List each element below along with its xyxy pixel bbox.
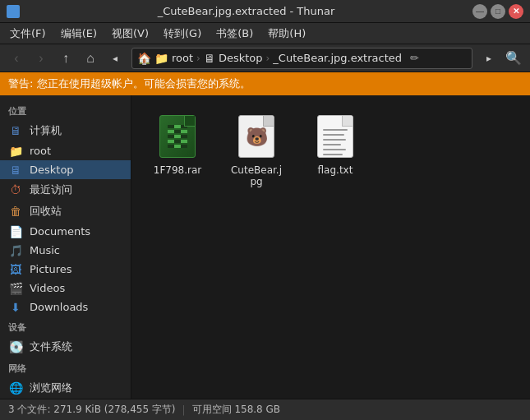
menu-item-2[interactable]: 视图(V)	[105, 25, 155, 43]
sidebar-item-music[interactable]: 🎵 Music	[0, 241, 131, 260]
menu-item-1[interactable]: 编辑(E)	[54, 25, 104, 43]
breadcrumb-bar: 🏠 📁 root › 🖥 Desktop › _CuteBear.jpg.ext…	[131, 48, 472, 69]
rar-file-label: 1F798.rar	[154, 164, 201, 176]
filesystem-icon: 💽	[8, 341, 23, 353]
file-area: 1F798.rar 🐻 CuteBear.jpg	[131, 95, 530, 399]
menubar: 文件(F)编辑(E)视图(V)转到(G)书签(B)帮助(H)	[0, 23, 530, 44]
pictures-icon: 🖼	[8, 264, 23, 275]
edit-path-button[interactable]: ✏	[405, 49, 423, 67]
root-icon: 📁	[8, 145, 23, 157]
statusbar: 3 个文件: 271.9 KiB (278,455 字节) | 可用空间 158…	[0, 399, 530, 420]
file-item-txt[interactable]: flag.txt	[302, 108, 368, 192]
menu-item-5[interactable]: 帮助(H)	[261, 25, 312, 43]
breadcrumb-extracted[interactable]: _CuteBear.jpg.extracted	[273, 52, 402, 64]
desktop-icon: 🖥	[8, 164, 23, 176]
minimize-button[interactable]: —	[472, 4, 487, 19]
file-item-jpg[interactable]: 🐻 CuteBear.jpg	[224, 108, 289, 192]
bc-sep-1: ›	[196, 53, 200, 64]
sidebar-item-filesystem[interactable]: 💽 文件系统	[0, 336, 131, 358]
search-button[interactable]: 🔍	[502, 47, 525, 70]
window-controls: — □ ✕	[472, 4, 523, 19]
up-button[interactable]: ↑	[54, 47, 77, 70]
prev-pane-button[interactable]: ◂	[104, 47, 127, 70]
network-icon: 🌐	[8, 382, 23, 394]
sidebar-section-devices: 设备	[0, 316, 131, 336]
next-pane-button[interactable]: ▸	[477, 47, 500, 70]
videos-icon: 🎬	[8, 283, 23, 294]
sidebar-item-root[interactable]: 📁 root	[0, 141, 131, 160]
breadcrumb-desktop[interactable]: 🖥 Desktop	[204, 52, 263, 65]
forward-button[interactable]: ›	[30, 47, 53, 70]
titlebar: _CuteBear.jpg.extracted - Thunar — □ ✕	[0, 0, 530, 23]
sidebar-item-documents[interactable]: 📄 Documents	[0, 222, 131, 241]
warning-bar: 警告: 您正在使用超级帐户。可能会损害您的系统。	[0, 72, 530, 95]
downloads-icon: ⬇	[8, 302, 23, 313]
sidebar-item-videos[interactable]: 🎬 Videos	[0, 279, 131, 298]
app-icon	[7, 5, 20, 18]
close-button[interactable]: ✕	[509, 4, 523, 19]
trash-icon: 🗑	[8, 205, 23, 217]
home-button[interactable]: ⌂	[79, 47, 102, 70]
file-item-rar[interactable]: 1F798.rar	[145, 108, 210, 192]
toolbar: ‹ › ↑ ⌂ ◂ 🏠 📁 root › 🖥 Desktop › _CuteBe…	[0, 44, 530, 72]
breadcrumb-root[interactable]: 📁 root	[154, 52, 193, 65]
bc-sep-2: ›	[266, 53, 270, 64]
sidebar-item-recent[interactable]: ⏱ 最近访问	[0, 179, 131, 201]
menu-item-4[interactable]: 书签(B)	[210, 25, 260, 43]
computer-icon: 🖥	[8, 125, 23, 136]
sidebar-item-network[interactable]: 🌐 浏览网络	[0, 377, 131, 399]
sidebar-item-pictures[interactable]: 🖼 Pictures	[0, 260, 131, 279]
menu-item-0[interactable]: 文件(F)	[3, 25, 53, 43]
free-space: 可用空间 158.8 GB	[192, 403, 281, 417]
back-button[interactable]: ‹	[5, 47, 28, 70]
jpg-file-label: CuteBear.jpg	[228, 164, 284, 187]
menu-item-3[interactable]: 转到(G)	[157, 25, 208, 43]
txt-file-label: flag.txt	[318, 164, 353, 176]
maximize-button[interactable]: □	[491, 4, 505, 19]
file-count: 3 个文件: 271.9 KiB (278,455 字节)	[8, 403, 176, 417]
main-area: 位置 🖥 计算机 📁 root 🖥 Desktop ⏱ 最近访问 🗑 回收站 📄…	[0, 95, 530, 399]
rar-file-icon	[158, 113, 197, 159]
warning-text: 警告: 您正在使用超级帐户。可能会损害您的系统。	[8, 76, 251, 91]
sidebar-section-network: 网络	[0, 358, 131, 377]
breadcrumb-home-icon[interactable]: 🏠	[137, 52, 151, 65]
recent-icon: ⏱	[8, 184, 23, 196]
txt-file-icon	[316, 113, 355, 159]
sidebar-item-trash[interactable]: 🗑 回收站	[0, 201, 131, 222]
sidebar-item-desktop[interactable]: 🖥 Desktop	[0, 160, 131, 179]
sidebar-section-locations: 位置	[0, 100, 131, 120]
jpg-file-icon: 🐻	[237, 113, 276, 159]
status-separator: |	[182, 404, 186, 416]
music-icon: 🎵	[8, 245, 23, 256]
window-title: _CuteBear.jpg.extracted - Thunar	[158, 5, 335, 17]
sidebar-item-computer[interactable]: 🖥 计算机	[0, 120, 131, 141]
sidebar: 位置 🖥 计算机 📁 root 🖥 Desktop ⏱ 最近访问 🗑 回收站 📄…	[0, 95, 131, 399]
documents-icon: 📄	[8, 226, 23, 238]
sidebar-item-downloads[interactable]: ⬇ Downloads	[0, 298, 131, 316]
